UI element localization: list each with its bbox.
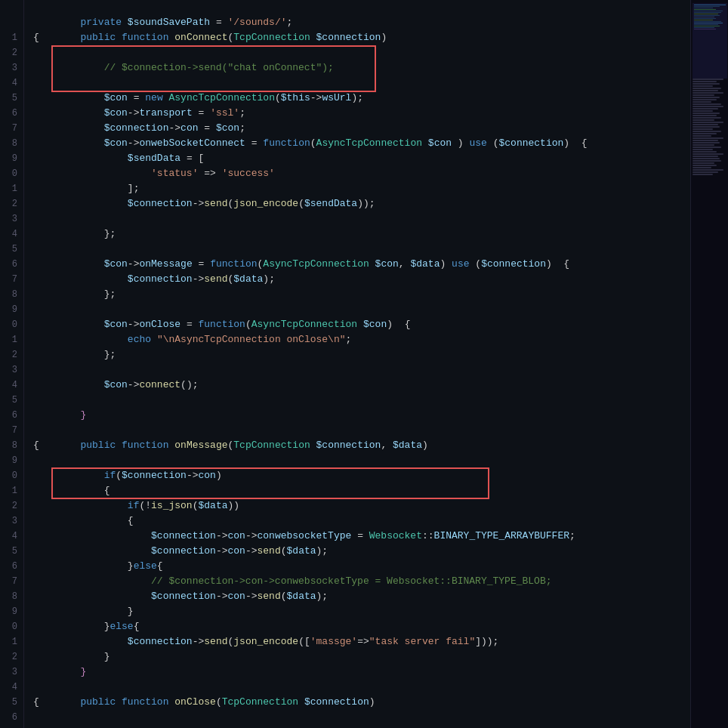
code-line — [33, 227, 690, 242]
code-line: $con->onMessage = function(AsyncTcpConne… — [33, 242, 690, 257]
code-line: $connection->send($data); — [33, 257, 690, 272]
code-editor: 1 2 3 4 5 6 7 8 9 0 1 2 3 4 5 6 7 8 9 0 … — [0, 0, 728, 728]
minimap-content — [691, 0, 728, 177]
code-line: echo "\nAsyncTcpConnection onClose\n"; — [33, 317, 690, 332]
code-line: } — [33, 589, 690, 604]
code-line: { — [33, 695, 690, 710]
code-line: if(!is_json($data)) — [33, 483, 690, 498]
code-line: $sendData = [ — [33, 136, 690, 151]
code-line: echo "onClose\n"; — [33, 710, 690, 725]
code-line: }else{ — [33, 604, 690, 619]
code-line: { — [33, 438, 690, 453]
code-line: }else{ — [33, 544, 690, 559]
code-line: $connection->destroy(); — [33, 725, 690, 728]
code-line: $connection->send(json_encode(['massge'=… — [33, 619, 690, 634]
code-line — [33, 378, 690, 393]
code-line: $con->connect(); — [33, 362, 690, 378]
code-line: $connection->send(json_encode($sendData)… — [33, 181, 690, 196]
code-line: // $connection->send("chat onConnect"); — [33, 45, 690, 60]
code-line: $con->onClose = function(AsyncTcpConnect… — [33, 302, 690, 317]
code-line: }; — [33, 332, 690, 347]
code-line: $con->transport = 'ssl'; — [33, 91, 690, 106]
code-line — [33, 665, 690, 680]
code-line: 'status' => 'success' — [33, 151, 690, 166]
code-line — [33, 60, 690, 76]
code-line: private $soundSavePath = '/sounds/'; — [33, 0, 690, 15]
minimap[interactable] — [690, 0, 728, 728]
code-line: } — [33, 634, 690, 649]
code-line: { — [33, 498, 690, 514]
code-line: if($connection->con) — [33, 453, 690, 468]
code-area[interactable]: private $soundSavePath = '/sounds/'; pub… — [24, 0, 690, 728]
code-line: } — [33, 393, 690, 408]
code-line: $connection->con->send($data); — [33, 574, 690, 589]
code-line: $connection->con->send($data); — [33, 529, 690, 544]
code-line: }; — [33, 211, 690, 227]
code-line: { — [33, 30, 690, 45]
code-line: $con->onwebSocketConnect = function(Asyn… — [33, 121, 690, 136]
code-line — [33, 408, 690, 423]
code-line: // $connection->con->conwebsocketType = … — [33, 559, 690, 574]
code-line: } — [33, 649, 690, 665]
code-line: $connection->con->conwebsocketType = Web… — [33, 514, 690, 529]
code-line: }; — [33, 272, 690, 287]
line-numbers: 1 2 3 4 5 6 7 8 9 0 1 2 3 4 5 6 7 8 9 0 … — [0, 0, 24, 728]
code-line — [33, 287, 690, 302]
code-line: $con = new AsyncTcpConnection($this->wsU… — [33, 76, 690, 91]
code-line: public function onClose(TcpConnection $c… — [33, 680, 690, 695]
code-line: ]; — [33, 166, 690, 181]
code-line — [33, 347, 690, 362]
code-container: 1 2 3 4 5 6 7 8 9 0 1 2 3 4 5 6 7 8 9 0 … — [0, 0, 728, 728]
code-line: $connection->con = $con; — [33, 106, 690, 121]
code-line: public function onMessage(TcpConnection … — [33, 423, 690, 438]
code-line: { — [33, 468, 690, 483]
code-line: public function onConnect(TcpConnection … — [33, 15, 690, 30]
code-line — [33, 196, 690, 211]
